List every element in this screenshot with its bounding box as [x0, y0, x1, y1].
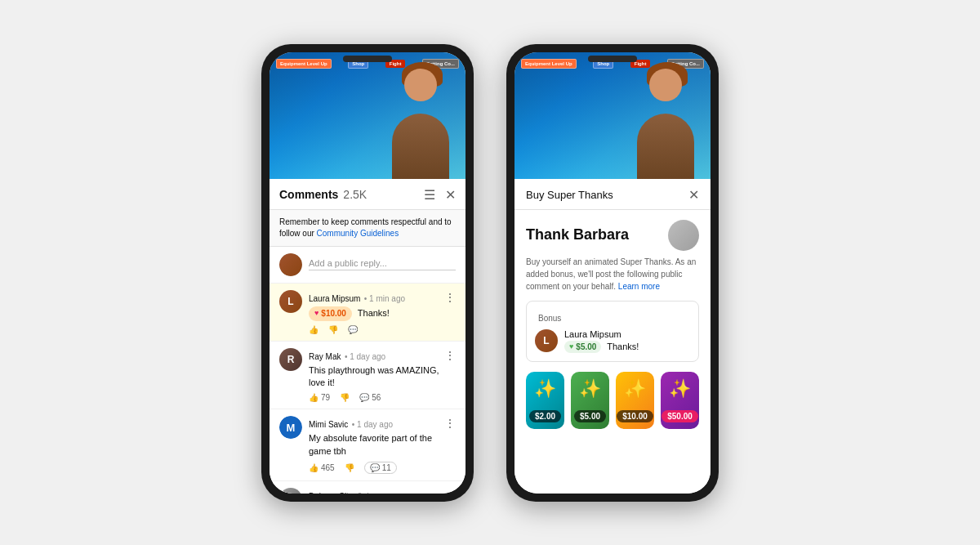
- super-thanks-body: Thank Barbara Buy yourself an animated S…: [514, 210, 710, 494]
- bonus-amount-badge: ♥ $5.00: [564, 341, 601, 353]
- sparkle-2: ✨: [534, 378, 556, 400]
- comments-header: Comments 2.5K ☰ ✕: [270, 179, 466, 210]
- super-thanks-panel: Buy Super Thanks ✕ Thank Barbara Buy you…: [514, 179, 710, 494]
- amount-label-2: $2.00: [529, 410, 561, 422]
- amount-card-5[interactable]: ✨ $5.00: [571, 372, 609, 429]
- comment-content-laura: Laura Mipsum • 1 min ago ⋮ ♥ $10.00: [309, 290, 456, 334]
- comment-item-ray: R Ray Mak • 1 day ago ⋮ This playthrou: [270, 342, 466, 410]
- avatar-ray: R: [279, 348, 302, 371]
- presenter-body-left: [392, 114, 449, 179]
- comment-actions-ray: 👍 79 👎 💬 56: [309, 393, 456, 402]
- avatar-mimi: M: [279, 416, 302, 439]
- comments-title-group: Comments 2.5K: [279, 188, 367, 201]
- like-btn-ray[interactable]: 👍 79: [309, 393, 330, 402]
- more-options-ray[interactable]: ⋮: [444, 349, 456, 362]
- avatar-laura: L: [279, 290, 302, 313]
- bonus-avatar-laura: L: [535, 329, 558, 352]
- comment-author-mimi: Mimi Savic: [309, 420, 348, 429]
- comment-text-mimi: My absolute favorite part of the game tb…: [309, 432, 456, 458]
- video-thumbnail-right[interactable]: Equipment Level Up Shop Fight Setting Co…: [514, 52, 710, 179]
- comment-actions-laura: 👍 👎 💬: [309, 325, 456, 334]
- amount-card-10[interactable]: ✨ $10.00: [616, 372, 654, 429]
- comment-content-ray: Ray Mak • 1 day ago ⋮ This playthrough w…: [309, 348, 456, 403]
- community-notice: Remember to keep comments respectful and…: [270, 210, 466, 247]
- scene: Equipment Level Up Shop Fight Setting Co…: [0, 0, 980, 545]
- presenter-head-right: [649, 69, 682, 101]
- bonus-comment-content: Laura Mipsum ♥ $5.00 Thanks!: [564, 329, 690, 353]
- reply-placeholder[interactable]: Add a public reply...: [309, 258, 456, 270]
- reply-input-row: Add a public reply...: [270, 247, 466, 284]
- comment-time-laura: • 1 min ago: [364, 294, 405, 303]
- amount-label-10: $10.00: [617, 410, 653, 422]
- left-phone: Equipment Level Up Shop Fight Setting Co…: [261, 44, 474, 502]
- filter-icon[interactable]: ☰: [424, 187, 435, 203]
- community-guidelines-link[interactable]: Community Guidelines: [317, 229, 399, 238]
- comment-item-dolores: D Dolores Sit • 2 days ago I 100% need t…: [270, 481, 466, 493]
- more-options-mimi[interactable]: ⋮: [444, 417, 456, 430]
- comment-text-laura: ♥ $10.00 Thanks!: [309, 306, 456, 321]
- phone-notch-right: [588, 56, 637, 62]
- presenter-head-left: [404, 69, 437, 101]
- bonus-author: Laura Mipsum: [564, 329, 690, 339]
- amount-card-50[interactable]: ✨ $50.00: [661, 372, 699, 429]
- comments-count: 2.5K: [343, 188, 367, 201]
- bonus-label: Bonus: [535, 314, 564, 323]
- dislike-btn-mimi[interactable]: 👎: [345, 463, 354, 472]
- comment-item-laura: L Laura Mipsum • 1 min ago ⋮: [270, 284, 466, 342]
- like-btn-laura[interactable]: 👍: [309, 325, 318, 334]
- comment-time-ray: • 1 day ago: [345, 352, 385, 361]
- comments-title: Comments: [279, 188, 338, 201]
- like-btn-mimi[interactable]: 👍 465: [309, 463, 335, 472]
- super-thanks-title: Buy Super Thanks: [526, 189, 613, 201]
- amount-grid: ✨ $2.00 ✨ $5.00 ✨ $10.00 ✨: [526, 372, 699, 429]
- sparkle-10: ✨: [624, 378, 646, 400]
- close-icon-right[interactable]: ✕: [688, 187, 699, 203]
- dislike-btn-laura[interactable]: 👎: [328, 325, 338, 334]
- comments-list: L Laura Mipsum • 1 min ago ⋮: [270, 284, 466, 494]
- super-thanks-badge-laura: ♥ $10.00: [309, 306, 352, 321]
- comment-content-mimi: Mimi Savic • 1 day ago ⋮ My absolute fav…: [309, 416, 456, 474]
- amount-card-2[interactable]: ✨ $2.00: [526, 372, 564, 429]
- amount-label-50: $50.00: [662, 410, 698, 422]
- comments-panel: Comments 2.5K ☰ ✕ Remember to keep comme…: [270, 179, 466, 494]
- barbara-avatar: [668, 220, 699, 251]
- learn-more-link[interactable]: Learn more: [618, 282, 660, 291]
- comment-author-laura: Laura Mipsum: [309, 294, 360, 303]
- reply-btn-ray[interactable]: 💬 56: [359, 393, 381, 402]
- more-options-laura[interactable]: ⋮: [444, 291, 456, 304]
- super-thanks-header: Buy Super Thanks ✕: [514, 179, 710, 210]
- dislike-btn-ray[interactable]: 👎: [340, 393, 350, 402]
- video-thumbnail-left[interactable]: Equipment Level Up Shop Fight Setting Co…: [270, 52, 466, 179]
- bonus-text: ♥ $5.00 Thanks!: [564, 341, 690, 353]
- comment-time-mimi: • 1 day ago: [352, 420, 393, 429]
- phone-notch-left: [343, 56, 392, 62]
- bonus-comment-row: L Laura Mipsum ♥ $5.00 Thanks!: [535, 329, 690, 353]
- presenter-body-right: [637, 114, 694, 179]
- avatar-dolores: D: [279, 488, 302, 493]
- comment-actions-mimi: 👍 465 👎 💬 11: [309, 462, 456, 474]
- comment-author-ray: Ray Mak: [309, 352, 341, 361]
- comment-item-mimi: M Mimi Savic • 1 day ago ⋮: [270, 409, 466, 481]
- reply-btn-mimi[interactable]: 💬 11: [364, 462, 397, 474]
- comment-time-dolores: • 2 days ago: [352, 492, 397, 493]
- comment-author-dolores: Dolores Sit: [309, 492, 349, 493]
- super-thanks-description: Buy yourself an animated Super Thanks. A…: [526, 256, 699, 293]
- sparkle-50: ✨: [669, 378, 691, 400]
- reply-btn-laura[interactable]: 💬: [348, 325, 358, 334]
- thank-title: Thank Barbara: [526, 220, 699, 251]
- comment-content-dolores: Dolores Sit • 2 days ago I 100% need thi…: [309, 488, 456, 493]
- user-avatar-reply: [279, 253, 302, 276]
- sparkle-5: ✨: [579, 378, 601, 400]
- header-icons: ☰ ✕: [424, 187, 456, 203]
- close-icon-left[interactable]: ✕: [445, 187, 456, 203]
- amount-label-5: $5.00: [574, 410, 606, 422]
- comment-text-ray: This playthrough was AMAZING, love it!: [309, 364, 456, 390]
- right-phone: Equipment Level Up Shop Fight Setting Co…: [506, 44, 719, 502]
- bonus-box: Bonus L Laura Mipsum ♥ $5.00: [526, 301, 699, 362]
